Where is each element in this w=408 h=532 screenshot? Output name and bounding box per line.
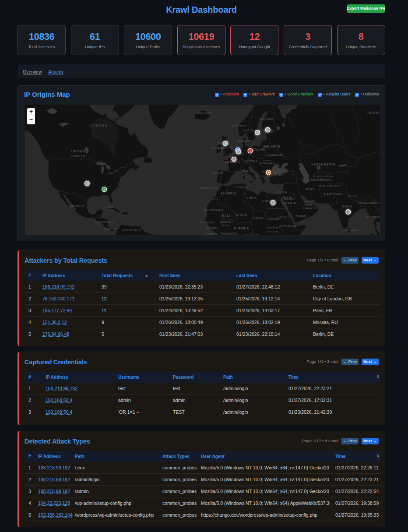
svg-text:MYANMAR: MYANMAR (366, 215, 380, 218)
svg-text:NORWAY: NORWAY (232, 124, 247, 127)
svg-text:GUINEA: GUINEA (206, 226, 218, 229)
svg-text:CAMEROON: CAMEROON (241, 233, 259, 235)
svg-text:EMIRATES: EMIRATES (303, 207, 318, 210)
svg-text:ISRAEL: ISRAEL (273, 192, 284, 195)
svg-text:SOUTH: SOUTH (267, 226, 278, 229)
svg-text:LIBERIA: LIBERIA (205, 233, 218, 235)
svg-text:LIBYA: LIBYA (246, 196, 257, 199)
svg-text:NIGERIA: NIGERIA (234, 227, 250, 230)
svg-text:GHANA: GHANA (220, 232, 231, 235)
svg-text:UNITED: UNITED (304, 200, 315, 203)
svg-text:TURKMENISTAN: TURKMENISTAN (306, 178, 331, 181)
svg-text:NEPAL: NEPAL (348, 194, 359, 197)
svg-text:UNITED: UNITED (71, 150, 85, 153)
svg-text:MEXICO: MEXICO (70, 204, 85, 208)
svg-text:GUATEMALA: GUATEMALA (95, 220, 114, 223)
svg-text:MAURITANIA: MAURITANIA (204, 208, 224, 211)
svg-text:PANAMA: PANAMA (104, 227, 118, 230)
svg-text:VENEZUELA: VENEZUELA (122, 229, 141, 232)
svg-text:SUDAN: SUDAN (267, 230, 278, 233)
svg-text:UKRAINE: UKRAINE (267, 154, 283, 157)
svg-text:IRAQ: IRAQ (283, 196, 291, 199)
svg-text:KAZAKHSTAN: KAZAKHSTAN (311, 163, 336, 166)
svg-text:BELARUS: BELARUS (263, 145, 280, 148)
svg-text:UZBEKISTAN: UZBEKISTAN (313, 175, 333, 178)
svg-text:ITALY: ITALY (243, 169, 253, 173)
svg-text:DENMARK: DENMARK (237, 139, 253, 142)
svg-text:FINLAND: FINLAND (259, 117, 274, 120)
svg-text:ARABIA: ARABIA (282, 201, 296, 204)
svg-text:AUSTRIA: AUSTRIA (244, 159, 258, 162)
svg-text:IRELAND: IRELAND (211, 147, 225, 150)
svg-text:ARAB: ARAB (304, 204, 313, 206)
svg-text:ETHIOPIA: ETHIOPIA (279, 225, 296, 228)
svg-text:BURKINA: BURKINA (220, 221, 234, 223)
svg-text:IRAN: IRAN (306, 187, 315, 190)
svg-text:FASO: FASO (222, 224, 229, 227)
svg-text:CHAD: CHAD (253, 216, 263, 219)
svg-text:CUBA: CUBA (104, 205, 113, 208)
svg-text:SUDAN: SUDAN (267, 217, 280, 220)
svg-text:ROMANIA: ROMANIA (260, 162, 274, 165)
svg-text:SPAIN: SPAIN (212, 171, 224, 174)
svg-text:BANGLADESH: BANGLADESH (358, 201, 380, 204)
svg-text:YEMEN: YEMEN (295, 214, 306, 217)
svg-text:ICELAND: ICELAND (197, 111, 212, 114)
svg-text:GUYANA: GUYANA (130, 235, 144, 235)
svg-text:AFGHANISTAN: AFGHANISTAN (318, 184, 341, 187)
svg-text:SRI LANKA: SRI LANKA (341, 229, 359, 232)
svg-text:MOROCCO: MOROCCO (200, 187, 217, 190)
svg-text:NIGER: NIGER (236, 213, 247, 216)
svg-text:ALGERIA: ALGERIA (221, 192, 237, 195)
svg-text:RUSSIA: RUSSIA (367, 111, 380, 115)
svg-text:GREECE: GREECE (254, 175, 267, 178)
svg-text:INDIA: INDIA (342, 205, 352, 208)
svg-text:MALI: MALI (222, 214, 230, 217)
svg-text:ERITREA: ERITREA (278, 215, 292, 218)
svg-text:PAKISTAN: PAKISTAN (324, 193, 342, 196)
svg-text:TUNISIA: TUNISIA (235, 186, 248, 189)
svg-text:COLOMBIA: COLOMBIA (111, 234, 128, 235)
svg-text:SENEGAL: SENEGAL (200, 221, 216, 224)
svg-text:CANADA: CANADA (90, 123, 108, 127)
svg-text:STATES: STATES (71, 155, 86, 158)
